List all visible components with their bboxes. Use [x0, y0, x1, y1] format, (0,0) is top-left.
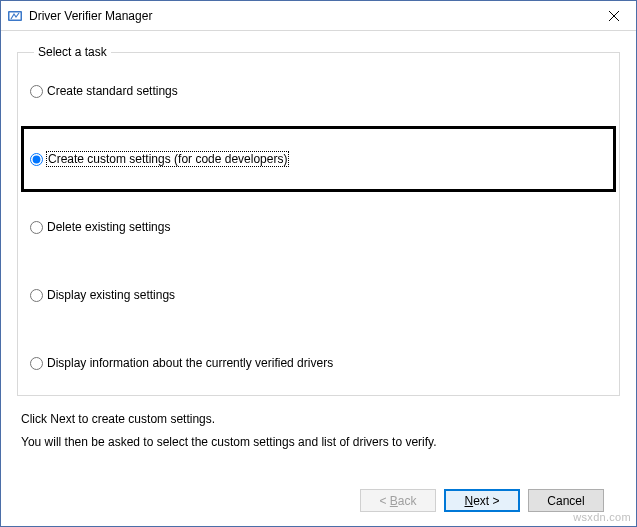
- button-row: < Back Next > Cancel: [17, 477, 620, 526]
- titlebar: Driver Verifier Manager: [1, 1, 636, 31]
- radio-display-existing[interactable]: [30, 289, 43, 302]
- task-group: Select a task Create standard settings C…: [17, 45, 620, 396]
- label-display-existing[interactable]: Display existing settings: [47, 288, 175, 302]
- hint-line-1: Click Next to create custom settings.: [21, 408, 616, 431]
- next-button[interactable]: Next >: [444, 489, 520, 512]
- label-create-standard[interactable]: Create standard settings: [47, 84, 178, 98]
- option-create-standard[interactable]: Create standard settings: [30, 81, 607, 101]
- option-display-existing[interactable]: Display existing settings: [30, 285, 607, 305]
- close-button[interactable]: [591, 1, 636, 30]
- radio-create-standard[interactable]: [30, 85, 43, 98]
- option-display-info[interactable]: Display information about the currently …: [30, 353, 607, 373]
- label-delete-existing[interactable]: Delete existing settings: [47, 220, 170, 234]
- close-icon: [609, 11, 619, 21]
- highlight-box: Create custom settings (for code develop…: [21, 126, 616, 192]
- radio-create-custom[interactable]: [30, 153, 43, 166]
- radio-display-info[interactable]: [30, 357, 43, 370]
- window-frame: Driver Verifier Manager Select a task Cr…: [0, 0, 637, 527]
- radio-delete-existing[interactable]: [30, 221, 43, 234]
- back-button: < Back: [360, 489, 436, 512]
- option-create-custom[interactable]: Create custom settings (for code develop…: [30, 149, 607, 169]
- hint-line-2: You will then be asked to select the cus…: [21, 431, 616, 454]
- option-delete-existing[interactable]: Delete existing settings: [30, 217, 607, 237]
- cancel-button[interactable]: Cancel: [528, 489, 604, 512]
- body-area: Select a task Create standard settings C…: [1, 31, 636, 526]
- window-title: Driver Verifier Manager: [29, 9, 591, 23]
- app-icon: [7, 8, 23, 24]
- label-display-info[interactable]: Display information about the currently …: [47, 356, 333, 370]
- hint-area: Click Next to create custom settings. Yo…: [17, 396, 620, 454]
- label-create-custom[interactable]: Create custom settings (for code develop…: [47, 152, 288, 166]
- group-legend: Select a task: [34, 45, 111, 59]
